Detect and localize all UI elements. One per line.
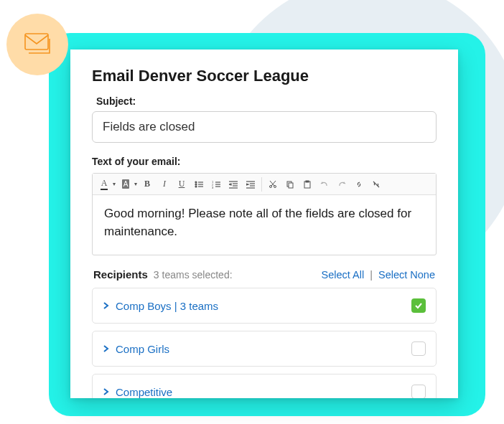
svg-rect-28 — [289, 183, 293, 188]
team-expand-toggle[interactable]: Comp Boys | 3 teams — [103, 300, 218, 312]
email-compose-card: Email Denver Soccer League Subject: Text… — [70, 50, 458, 398]
team-checkbox[interactable] — [411, 298, 426, 313]
chevron-down-icon[interactable]: ▾ — [111, 181, 117, 187]
mail-icon — [22, 31, 52, 58]
team-label: Competitive — [116, 386, 172, 398]
highlight-color-button[interactable]: A — [117, 176, 134, 193]
chevron-right-icon — [103, 388, 110, 395]
bullet-list-button[interactable] — [190, 176, 207, 193]
cut-button[interactable] — [264, 176, 281, 193]
team-label: Comp Girls — [116, 343, 169, 355]
svg-text:3: 3 — [212, 186, 214, 189]
body-label: Text of your email: — [92, 156, 437, 167]
editor-toolbar: A ▾ A ▾ B I U 123 — [93, 174, 436, 195]
outdent-button[interactable] — [225, 176, 242, 193]
page-title: Email Denver Soccer League — [92, 67, 437, 85]
team-expand-toggle[interactable]: Competitive — [103, 386, 172, 398]
chevron-right-icon — [103, 345, 110, 352]
recipients-label: Recipients — [93, 268, 148, 281]
chevron-down-icon[interactable]: ▾ — [133, 181, 139, 187]
team-label: Comp Boys | 3 teams — [116, 300, 218, 312]
rich-text-editor: A ▾ A ▾ B I U 123 — [92, 173, 437, 255]
link-button[interactable] — [350, 176, 368, 193]
svg-point-1 — [195, 182, 197, 183]
redo-button[interactable] — [333, 176, 350, 193]
recipients-list: Comp Boys | 3 teams Comp Girls Competiti… — [92, 288, 437, 398]
underline-button[interactable]: U — [173, 176, 190, 193]
team-checkbox[interactable] — [411, 385, 426, 398]
indent-button[interactable] — [242, 176, 259, 193]
select-none-link[interactable]: Select None — [378, 269, 435, 281]
check-icon — [414, 301, 423, 310]
italic-button[interactable]: I — [156, 176, 173, 193]
bold-button[interactable]: B — [139, 176, 156, 193]
svg-rect-30 — [306, 181, 309, 182]
subject-label: Subject: — [96, 95, 437, 107]
font-color-button[interactable]: A — [95, 176, 113, 193]
chevron-right-icon — [103, 302, 110, 309]
svg-point-5 — [195, 186, 197, 187]
svg-rect-0 — [25, 34, 48, 50]
unlink-button[interactable] — [368, 176, 385, 193]
toolbar-separator — [261, 177, 262, 192]
separator: | — [370, 269, 373, 281]
undo-button[interactable] — [316, 176, 333, 193]
team-row: Comp Boys | 3 teams — [92, 288, 437, 324]
team-expand-toggle[interactable]: Comp Girls — [103, 343, 169, 355]
copy-button[interactable] — [281, 176, 299, 193]
subject-input[interactable] — [92, 111, 437, 143]
paste-button[interactable] — [299, 176, 316, 193]
svg-marker-20 — [246, 184, 248, 185]
svg-marker-15 — [229, 184, 231, 185]
recipients-actions: Select All | Select None — [322, 269, 436, 281]
team-row: Competitive — [92, 374, 437, 398]
email-body-textarea[interactable]: Good morning! Please note all of the fie… — [93, 195, 436, 255]
team-row: Comp Girls — [92, 331, 437, 367]
recipients-count: 3 teams selected: — [154, 269, 233, 281]
team-checkbox[interactable] — [411, 341, 426, 356]
numbered-list-button[interactable]: 123 — [207, 176, 225, 193]
recipients-header: Recipients 3 teams selected: Select All … — [92, 268, 437, 281]
select-all-link[interactable]: Select All — [322, 269, 365, 281]
mail-badge — [6, 14, 68, 75]
svg-point-3 — [195, 184, 197, 185]
